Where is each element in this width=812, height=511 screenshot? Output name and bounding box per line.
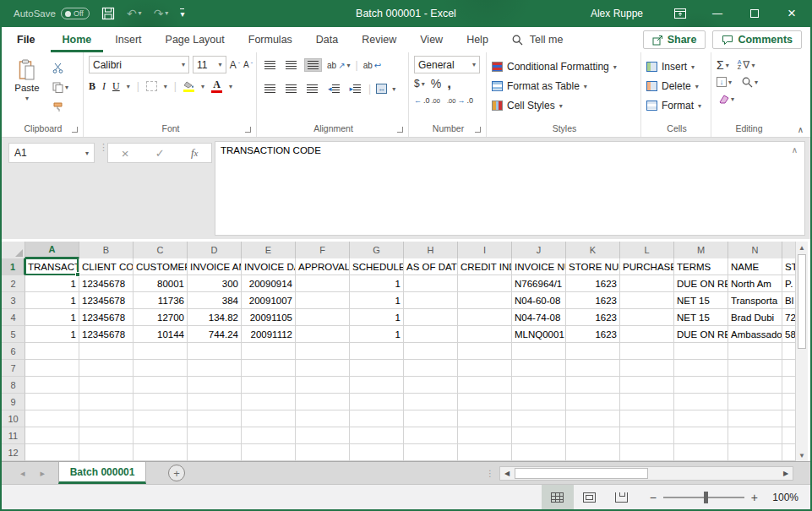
vertical-scrollbar[interactable]: ▲ ▼ <box>795 242 808 461</box>
page-layout-view-button[interactable] <box>574 485 606 509</box>
merge-center-button[interactable]: ↔ <box>376 84 387 94</box>
cell-G11[interactable] <box>350 427 404 444</box>
autosave-toggle[interactable]: AutoSave Off <box>14 8 90 19</box>
row-header-12[interactable]: 12 <box>2 444 25 461</box>
row-header-5[interactable]: 5 <box>2 326 25 343</box>
cell-E11[interactable] <box>242 427 296 444</box>
cell-J11[interactable] <box>512 427 566 444</box>
cell-B1[interactable]: CLIENT CODE <box>79 258 134 275</box>
sheet-nav-right-icon[interactable]: ▸ <box>41 468 46 479</box>
cell-I11[interactable] <box>458 427 512 444</box>
cell-E1[interactable]: INVOICE DATE <box>242 258 296 275</box>
cell-F8[interactable] <box>296 377 350 394</box>
cell-styles-button[interactable]: Cell Styles▾ <box>492 96 637 115</box>
normal-view-button[interactable] <box>542 485 574 509</box>
sheet-nav-left-icon[interactable]: ◂ <box>20 468 25 479</box>
cell-J4[interactable]: N04-74-08 <box>512 309 566 326</box>
cell-C12[interactable] <box>134 444 188 461</box>
cell-B8[interactable] <box>79 377 134 394</box>
row-header-1[interactable]: 1 <box>2 258 25 275</box>
cell-H8[interactable] <box>404 377 458 394</box>
number-dialog-launcher[interactable] <box>475 127 481 133</box>
copy-button[interactable]: ▾ <box>52 80 68 94</box>
cell-G5[interactable]: 1 <box>350 326 404 343</box>
cell-I6[interactable] <box>458 343 512 360</box>
insert-function-button[interactable]: fx <box>191 146 198 160</box>
col-header-H[interactable]: H <box>404 242 458 258</box>
cancel-entry-icon[interactable]: × <box>122 146 129 160</box>
row-header-2[interactable]: 2 <box>2 275 25 292</box>
horizontal-scrollbar[interactable]: ◀ ▶ <box>499 466 793 481</box>
cell-M11[interactable] <box>674 427 728 444</box>
decrease-decimal-button[interactable]: .00→.0 <box>447 94 473 107</box>
cell-N6[interactable] <box>728 343 782 360</box>
row-header-6[interactable]: 6 <box>2 343 25 360</box>
cell-I12[interactable] <box>458 444 512 461</box>
cell-B5[interactable]: 12345678 <box>79 326 134 343</box>
share-button[interactable]: Share <box>643 30 706 49</box>
cell-K6[interactable] <box>566 343 620 360</box>
cell-B11[interactable] <box>79 427 134 444</box>
cell-H11[interactable] <box>404 427 458 444</box>
font-color-button[interactable]: A <box>211 79 222 93</box>
cell-H1[interactable]: AS OF DATE <box>404 258 458 275</box>
cell-I5[interactable] <box>458 326 512 343</box>
col-header-D[interactable]: D <box>188 242 242 258</box>
cell-K8[interactable] <box>566 377 620 394</box>
cell-E4[interactable]: 20091105 <box>242 309 296 326</box>
font-color-dropdown-icon[interactable]: ▾ <box>229 83 232 90</box>
paste-dropdown-icon[interactable]: ▾ <box>25 95 29 102</box>
cell-K1[interactable]: STORE NUMBER <box>566 258 620 275</box>
cell-E10[interactable] <box>242 410 296 427</box>
row-header-10[interactable]: 10 <box>2 410 25 427</box>
cell-D4[interactable]: 134.82 <box>188 309 242 326</box>
cell-A10[interactable] <box>25 410 79 427</box>
customize-qat-button[interactable]: ▾ <box>180 8 184 19</box>
cell-F1[interactable]: APPROVAL CODE <box>296 258 350 275</box>
cell-E5[interactable]: 20091112 <box>242 326 296 343</box>
cell-H4[interactable] <box>404 309 458 326</box>
cell-E7[interactable] <box>242 360 296 377</box>
cell-M12[interactable] <box>674 444 728 461</box>
format-painter-button[interactable] <box>52 100 68 113</box>
vertical-scroll-thumb[interactable] <box>798 254 806 349</box>
cell-K10[interactable] <box>566 410 620 427</box>
sheet-tab-batch-000001[interactable]: Batch 000001 <box>58 462 146 484</box>
cell-J5[interactable]: MLNQ0001 <box>512 326 566 343</box>
cell-F7[interactable] <box>296 360 350 377</box>
orientation-button[interactable]: ab↗▾ <box>327 58 351 72</box>
enter-entry-icon[interactable]: ✓ <box>155 147 165 160</box>
cell-N10[interactable] <box>728 410 782 427</box>
select-all-button[interactable] <box>2 242 25 258</box>
font-name-combo[interactable]: Calibri▾ <box>89 56 189 73</box>
tab-view[interactable]: View <box>408 27 455 52</box>
cell-G9[interactable] <box>350 394 404 410</box>
cell-G7[interactable] <box>350 360 404 377</box>
cell-B3[interactable]: 12345678 <box>79 292 134 309</box>
cell-D1[interactable]: INVOICE AMOUNT <box>188 258 242 275</box>
cell-H10[interactable] <box>404 410 458 427</box>
comments-button[interactable]: Comments <box>712 30 802 49</box>
cell-B2[interactable]: 12345678 <box>79 275 134 292</box>
cell-L1[interactable]: PURCHASE ORDER <box>620 258 674 275</box>
cell-C2[interactable]: 80001 <box>134 275 188 292</box>
cell-M6[interactable] <box>674 343 728 360</box>
delete-cells-button[interactable]: Delete▾ <box>646 77 707 95</box>
borders-dropdown-icon[interactable]: ▾ <box>164 83 167 90</box>
cell-I9[interactable] <box>458 394 512 410</box>
align-center-button[interactable] <box>283 83 299 95</box>
cell-A9[interactable] <box>25 394 79 410</box>
cell-B12[interactable] <box>79 444 134 461</box>
row-header-11[interactable]: 11 <box>2 427 25 444</box>
cell-K12[interactable] <box>566 444 620 461</box>
font-size-combo[interactable]: 11▾ <box>193 56 226 73</box>
cell-L8[interactable] <box>620 377 674 394</box>
cell-C3[interactable]: 11736 <box>134 292 188 309</box>
cell-D9[interactable] <box>188 394 242 410</box>
minimize-button[interactable]: — <box>699 0 736 27</box>
cell-E2[interactable]: 20090914 <box>242 275 296 292</box>
zoom-in-button[interactable]: + <box>751 491 758 504</box>
cell-J8[interactable] <box>512 377 566 394</box>
cell-H2[interactable] <box>404 275 458 292</box>
cell-G1[interactable]: SCHEDULE <box>350 258 404 275</box>
